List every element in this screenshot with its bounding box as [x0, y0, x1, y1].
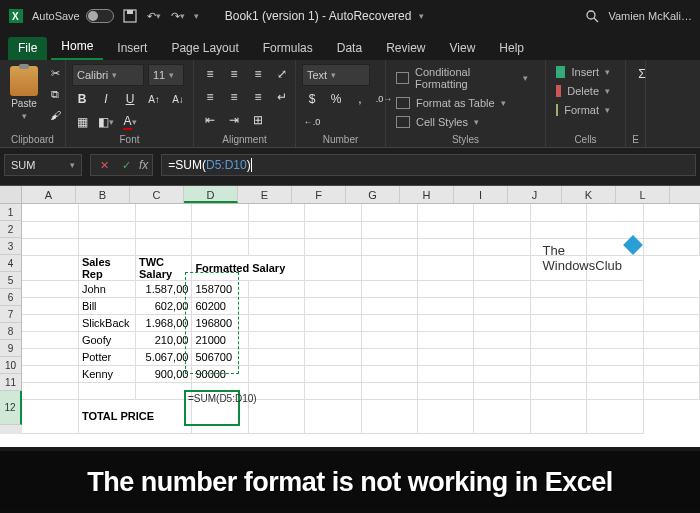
- paste-button[interactable]: Paste ▾: [6, 64, 42, 132]
- cell[interactable]: 506700: [192, 348, 248, 365]
- bold-button[interactable]: B: [72, 89, 92, 109]
- row-header[interactable]: 4: [0, 255, 22, 272]
- merge-icon[interactable]: ⊞: [248, 110, 268, 130]
- row-header[interactable]: 8: [0, 323, 22, 340]
- align-bottom-icon[interactable]: ≡: [248, 64, 268, 84]
- cell[interactable]: Potter: [78, 348, 135, 365]
- align-right-icon[interactable]: ≡: [248, 87, 268, 107]
- cell-styles-button[interactable]: Cell Styles▾: [392, 114, 532, 130]
- cell[interactable]: 158700: [192, 280, 248, 297]
- cell[interactable]: 1.968,00: [136, 314, 192, 331]
- col-header-i[interactable]: I: [454, 186, 508, 203]
- col-header-h[interactable]: H: [400, 186, 454, 203]
- user-name[interactable]: Vamien McKali…: [608, 10, 692, 22]
- select-all-corner[interactable]: [0, 186, 22, 203]
- fx-icon[interactable]: fx: [139, 158, 148, 172]
- format-as-table-button[interactable]: Format as Table▾: [392, 95, 532, 111]
- row-header[interactable]: 12: [0, 391, 22, 425]
- redo-icon[interactable]: ↷▾: [170, 8, 186, 24]
- cell[interactable]: John: [78, 280, 135, 297]
- tab-data[interactable]: Data: [327, 35, 372, 60]
- row-header[interactable]: 6: [0, 289, 22, 306]
- col-header-d[interactable]: D: [184, 186, 238, 203]
- cell[interactable]: 900,00: [136, 365, 192, 382]
- number-format-dropdown[interactable]: Text▾: [302, 64, 370, 86]
- chevron-down-icon[interactable]: ▾: [194, 11, 199, 21]
- col-header-e[interactable]: E: [238, 186, 292, 203]
- copy-icon[interactable]: ⧉: [46, 85, 64, 103]
- formula-input[interactable]: =SUM(D5:D10): [161, 154, 696, 176]
- tab-review[interactable]: Review: [376, 35, 435, 60]
- cell[interactable]: SlickBack: [78, 314, 135, 331]
- align-top-icon[interactable]: ≡: [200, 64, 220, 84]
- autosave-toggle[interactable]: [86, 9, 114, 23]
- name-box[interactable]: SUM▾: [4, 154, 82, 176]
- conditional-formatting-button[interactable]: Conditional Formatting▾: [392, 64, 532, 92]
- row-header[interactable]: 11: [0, 374, 22, 391]
- cell[interactable]: 21000: [192, 331, 248, 348]
- cancel-formula-icon[interactable]: ✕: [95, 156, 113, 174]
- tab-help[interactable]: Help: [489, 35, 534, 60]
- undo-icon[interactable]: ↶▾: [146, 8, 162, 24]
- col-header-b[interactable]: B: [76, 186, 130, 203]
- row-header[interactable]: 1: [0, 204, 22, 221]
- decrease-indent-icon[interactable]: ⇤: [200, 110, 220, 130]
- insert-cells-button[interactable]: Insert▾: [552, 64, 614, 80]
- cell[interactable]: TWC Salary: [136, 255, 192, 280]
- cut-icon[interactable]: ✂: [46, 64, 64, 82]
- decrease-font-icon[interactable]: A↓: [168, 89, 188, 109]
- borders-icon[interactable]: ▦: [72, 112, 92, 132]
- fill-color-icon[interactable]: ◧▾: [96, 112, 116, 132]
- cell[interactable]: Formatted Salary: [192, 255, 305, 280]
- font-color-icon[interactable]: A▾: [120, 112, 140, 132]
- title-dropdown-icon[interactable]: ▾: [419, 11, 424, 21]
- row-header[interactable]: 2: [0, 221, 22, 238]
- cell[interactable]: Bill: [78, 297, 135, 314]
- row-header[interactable]: 5: [0, 272, 22, 289]
- save-icon[interactable]: [122, 8, 138, 24]
- font-name-dropdown[interactable]: Calibri▾: [72, 64, 144, 86]
- tab-view[interactable]: View: [440, 35, 486, 60]
- cell[interactable]: 60200: [192, 297, 248, 314]
- percent-icon[interactable]: %: [326, 89, 346, 109]
- decrease-decimal-icon[interactable]: ←.0: [302, 112, 322, 132]
- increase-font-icon[interactable]: A↑: [144, 89, 164, 109]
- col-header-g[interactable]: G: [346, 186, 400, 203]
- cell[interactable]: Goofy: [78, 331, 135, 348]
- search-icon[interactable]: [584, 8, 600, 24]
- format-painter-icon[interactable]: 🖌: [46, 106, 64, 124]
- cell[interactable]: Sales Rep: [78, 255, 135, 280]
- increase-indent-icon[interactable]: ⇥: [224, 110, 244, 130]
- tab-page-layout[interactable]: Page Layout: [161, 35, 248, 60]
- cells-area[interactable]: Sales RepTWC SalaryFormatted Salary John…: [22, 204, 700, 434]
- col-header-j[interactable]: J: [508, 186, 562, 203]
- row-header[interactable]: 9: [0, 340, 22, 357]
- wrap-text-icon[interactable]: ↵: [272, 87, 292, 107]
- col-header-l[interactable]: L: [616, 186, 670, 203]
- cell[interactable]: 5.067,00: [136, 348, 192, 365]
- tab-file[interactable]: File: [8, 37, 47, 60]
- align-left-icon[interactable]: ≡: [200, 87, 220, 107]
- comma-icon[interactable]: ,: [350, 89, 370, 109]
- format-cells-button[interactable]: Format▾: [552, 102, 614, 118]
- autosum-icon[interactable]: Σ: [632, 64, 652, 84]
- cell-total-label[interactable]: TOTAL PRICE: [78, 399, 192, 433]
- cell[interactable]: Kenny: [78, 365, 135, 382]
- tab-insert[interactable]: Insert: [107, 35, 157, 60]
- col-header-f[interactable]: F: [292, 186, 346, 203]
- currency-icon[interactable]: $: [302, 89, 322, 109]
- tab-formulas[interactable]: Formulas: [253, 35, 323, 60]
- underline-button[interactable]: U: [120, 89, 140, 109]
- col-header-k[interactable]: K: [562, 186, 616, 203]
- cell[interactable]: 210,00: [136, 331, 192, 348]
- align-center-icon[interactable]: ≡: [224, 87, 244, 107]
- cell[interactable]: 196800: [192, 314, 248, 331]
- italic-button[interactable]: I: [96, 89, 116, 109]
- col-header-c[interactable]: C: [130, 186, 184, 203]
- delete-cells-button[interactable]: Delete▾: [552, 83, 614, 99]
- row-header[interactable]: 7: [0, 306, 22, 323]
- font-size-dropdown[interactable]: 11▾: [148, 64, 184, 86]
- tab-home[interactable]: Home: [51, 33, 103, 60]
- confirm-formula-icon[interactable]: ✓: [117, 156, 135, 174]
- orientation-icon[interactable]: ⤢: [272, 64, 292, 84]
